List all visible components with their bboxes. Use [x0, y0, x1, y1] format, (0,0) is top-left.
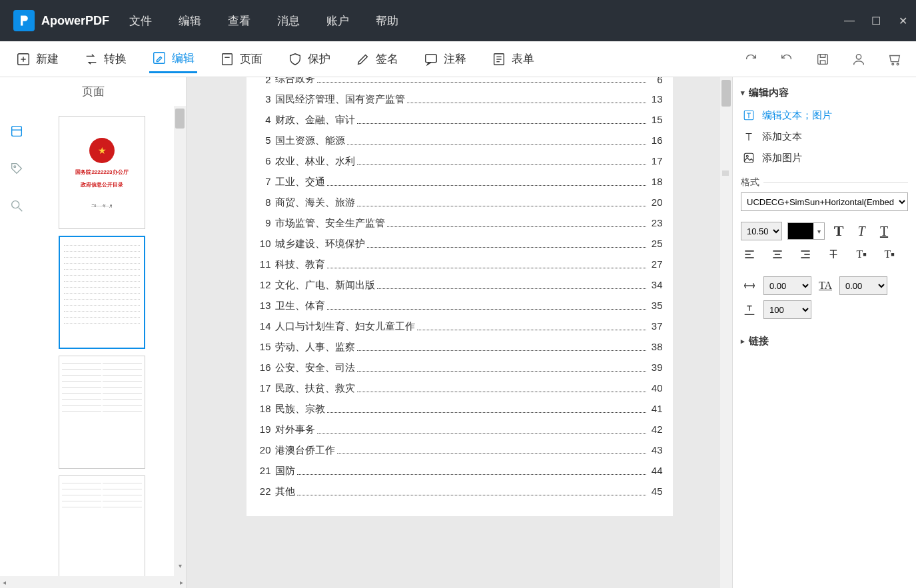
- thumbnails-hscroll[interactable]: ◂ ▸: [0, 576, 186, 588]
- scrollbar-down-icon[interactable]: ▾: [175, 562, 185, 569]
- minimize-button[interactable]: —: [843, 14, 856, 27]
- opt-edit-text-image-label: 编辑文本；图片: [762, 109, 832, 122]
- format-label: 格式: [741, 176, 759, 188]
- menu-help[interactable]: 帮助: [376, 13, 398, 29]
- menu-account[interactable]: 账户: [326, 13, 349, 29]
- edit-content-section[interactable]: ▾ 编辑内容: [741, 87, 908, 99]
- sidebar-tab-search[interactable]: [8, 197, 25, 214]
- menu-file[interactable]: 文件: [129, 13, 152, 29]
- toc-line[interactable]: 18民族、宗教41: [256, 403, 663, 416]
- close-button[interactable]: ✕: [896, 14, 909, 27]
- thumbnail-page-3[interactable]: [59, 356, 145, 469]
- user-button[interactable]: [851, 51, 867, 67]
- toc-line[interactable]: 13卫生、体育35: [256, 300, 663, 312]
- viewer-scrollbar-thumb[interactable]: [721, 80, 731, 107]
- toc-line[interactable]: 22其他45: [256, 485, 663, 498]
- tool-new[interactable]: 新建: [13, 45, 61, 73]
- main-area: 页面 国务院2222223办公厅 政府信息公开目录 二0一一年一月: [0, 77, 916, 588]
- superscript-button[interactable]: T■: [853, 246, 870, 263]
- align-right-button[interactable]: [797, 246, 814, 263]
- toc-line[interactable]: 11科技、教育27: [256, 258, 663, 271]
- tool-sign[interactable]: 签名: [353, 45, 401, 73]
- divider-line: [763, 182, 908, 183]
- toc-line[interactable]: 15劳动、人事、监察38: [256, 341, 663, 354]
- toc-line[interactable]: 6农业、林业、水利17: [256, 155, 663, 168]
- tool-protect[interactable]: 保护: [285, 45, 333, 73]
- toc-line[interactable]: 19对外事务42: [256, 424, 663, 436]
- toc-number: 16: [256, 362, 271, 374]
- sidebar-tab-thumbnails[interactable]: [8, 123, 25, 140]
- toc-line[interactable]: 12文化、广电、新闻出版34: [256, 279, 663, 292]
- align-left-button[interactable]: [741, 246, 758, 263]
- tool-edit[interactable]: 编辑: [149, 45, 197, 73]
- tool-comment[interactable]: 注释: [421, 45, 469, 73]
- toc-leader: [327, 403, 646, 413]
- maximize-button[interactable]: ☐: [869, 14, 883, 27]
- thumbnail-page-1[interactable]: 国务院2222223办公厅 政府信息公开目录 二0一一年一月: [59, 116, 145, 229]
- thumbnails-scrollbar[interactable]: ▾: [174, 106, 186, 576]
- redo-button[interactable]: [743, 51, 759, 67]
- tool-sign-label: 签名: [376, 51, 398, 67]
- toc-line[interactable]: 9市场监管、安全生产监管23: [256, 217, 663, 230]
- toc-number: 20: [256, 444, 271, 457]
- hscroll-right-icon[interactable]: ▸: [180, 579, 183, 586]
- scrollbar-thumb[interactable]: [175, 109, 185, 129]
- opt-add-image[interactable]: 添加图片: [741, 147, 908, 168]
- viewer-scrollbar-marker: [722, 170, 729, 176]
- scale-select[interactable]: 100: [763, 300, 811, 319]
- toc-line[interactable]: 3国民经济管理、国有资产监管13: [256, 93, 663, 106]
- save-button[interactable]: [815, 51, 831, 67]
- thumbs-wrap: 国务院2222223办公厅 政府信息公开目录 二0一一年一月: [33, 106, 186, 576]
- toc-text: 农业、林业、水利: [275, 155, 355, 168]
- menu-view[interactable]: 查看: [228, 13, 250, 29]
- font-color-select[interactable]: ▾: [787, 222, 825, 240]
- thumbnail-page-2[interactable]: [59, 236, 145, 349]
- font-select[interactable]: UCDECG+SimSun+Horizontal(Embedded): [741, 192, 908, 211]
- svg-point-14: [897, 63, 899, 65]
- toc-line[interactable]: 14人口与计划生育、妇女儿童工作37: [256, 320, 663, 333]
- toc-line[interactable]: 7工业、交通18: [256, 176, 663, 188]
- toc-line[interactable]: 8商贸、海关、旅游20: [256, 196, 663, 209]
- bold-button[interactable]: T: [830, 222, 847, 240]
- menu-edit[interactable]: 编辑: [179, 13, 201, 29]
- tool-group: 新建 转换 编辑 页面 保护 签名 注释 表单: [13, 45, 537, 73]
- page-content[interactable]: 2综合政务63国民经济管理、国有资产监管134财政、金融、审计155国土资源、能…: [246, 77, 673, 516]
- char-spacing-select[interactable]: 0.00: [763, 276, 811, 295]
- italic-button[interactable]: T: [853, 222, 870, 240]
- font-row: 10.50 ▾ T T T: [741, 222, 908, 240]
- underline-button[interactable]: T: [875, 222, 893, 240]
- toc-line[interactable]: 4财政、金融、审计15: [256, 114, 663, 127]
- toc-pagenum: 35: [648, 300, 663, 312]
- undo-button[interactable]: [779, 51, 795, 67]
- opt-add-text[interactable]: 添加文本: [741, 126, 908, 147]
- thumbnail-page-4[interactable]: [59, 475, 145, 576]
- strikethrough-button[interactable]: T: [825, 246, 842, 263]
- menu-message[interactable]: 消息: [277, 13, 300, 29]
- toc-line[interactable]: 17民政、扶贫、救灾40: [256, 382, 663, 395]
- toc-line[interactable]: 21国防44: [256, 465, 663, 477]
- opt-edit-text-image[interactable]: 编辑文本；图片: [741, 105, 908, 126]
- toc-leader: [357, 341, 646, 351]
- toc-line[interactable]: 20港澳台侨工作43: [256, 444, 663, 457]
- viewer-scrollbar[interactable]: [720, 77, 732, 588]
- hscroll-left-icon[interactable]: ◂: [3, 579, 6, 586]
- toc-line[interactable]: 5国土资源、能源16: [256, 135, 663, 147]
- toc-line[interactable]: 10城乡建设、环境保护25: [256, 238, 663, 250]
- toc-line[interactable]: 2综合政务6: [256, 77, 663, 85]
- align-center-button[interactable]: [769, 246, 786, 263]
- tool-page[interactable]: 页面: [217, 45, 265, 73]
- line-spacing-select[interactable]: 0.00: [839, 276, 887, 295]
- toc-number: 5: [256, 135, 271, 147]
- add-text-icon: [742, 130, 755, 143]
- subscript-button[interactable]: T■: [881, 246, 898, 263]
- toc-line[interactable]: 16公安、安全、司法39: [256, 362, 663, 374]
- link-section[interactable]: ▸ 链接: [741, 335, 908, 348]
- document-viewer[interactable]: 2综合政务63国民经济管理、国有资产监管134财政、金融、审计155国土资源、能…: [187, 77, 732, 588]
- tool-convert[interactable]: 转换: [81, 45, 129, 73]
- tool-form[interactable]: 表单: [489, 45, 537, 73]
- sidebar-tab-tags[interactable]: [8, 160, 25, 177]
- color-swatch: [788, 223, 813, 239]
- thumbnails-list[interactable]: 国务院2222223办公厅 政府信息公开目录 二0一一年一月: [33, 106, 174, 576]
- cart-button[interactable]: [887, 51, 903, 67]
- font-size-select[interactable]: 10.50: [741, 222, 782, 240]
